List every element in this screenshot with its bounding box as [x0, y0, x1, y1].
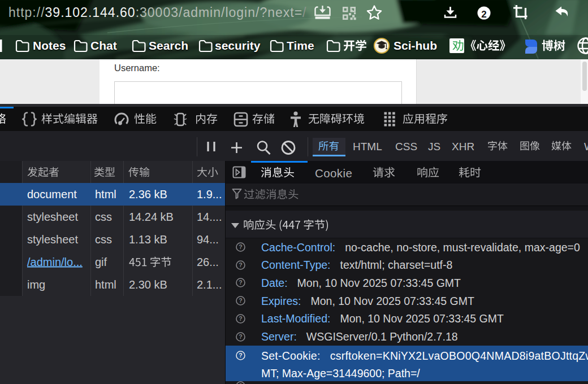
svg-text:?: ?: [239, 297, 242, 304]
svg-text:?: ?: [239, 315, 242, 322]
svg-text:2: 2: [481, 9, 486, 20]
svg-text:?: ?: [239, 243, 242, 250]
svg-text:?: ?: [239, 261, 242, 268]
svg-text:?: ?: [239, 333, 242, 340]
svg-text:?: ?: [239, 279, 242, 286]
svg-text:?: ?: [239, 352, 242, 359]
